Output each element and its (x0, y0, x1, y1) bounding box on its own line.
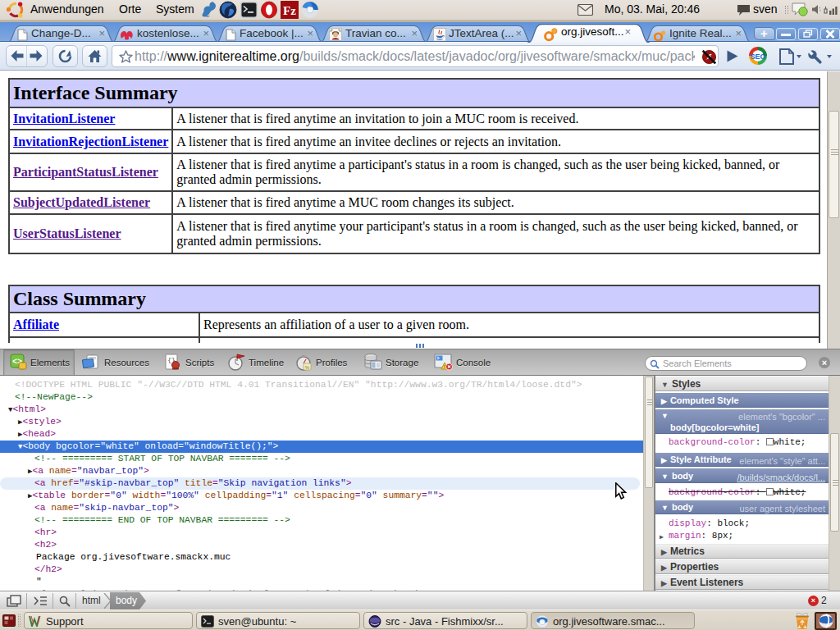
svg-text:Fz: Fz (283, 4, 296, 17)
svg-text:!: ! (444, 364, 445, 369)
svg-text:%: % (305, 365, 310, 370)
svg-text:SEO: SEO (750, 52, 765, 61)
